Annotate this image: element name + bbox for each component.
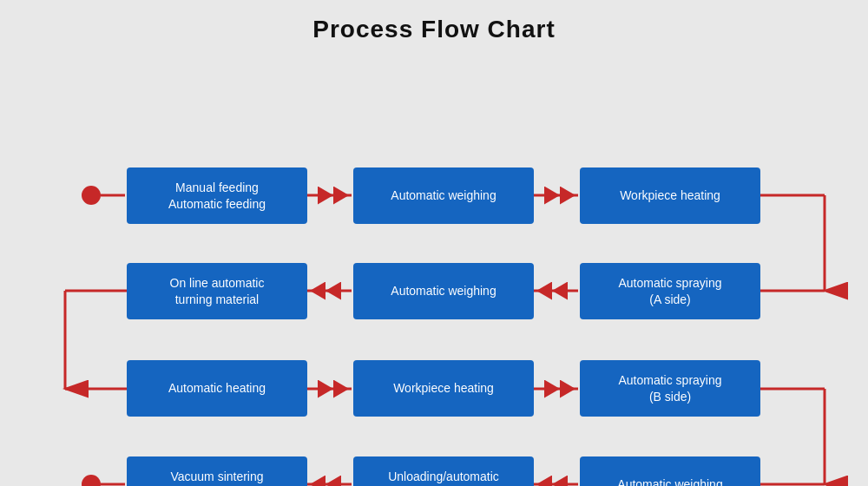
svg-point-25 xyxy=(82,186,101,205)
svg-point-27 xyxy=(82,475,101,486)
box-auto-heating: Automatic heating xyxy=(127,360,307,417)
page-title: Process Flow Chart xyxy=(0,0,868,43)
box-auto-spraying-a: Automatic spraying(A side) xyxy=(580,263,760,319)
box-vacuum-sintering: Vacuum sinteringfumace xyxy=(127,456,307,486)
box-workpiece-heating-2: Workpiece heating xyxy=(353,360,534,417)
box-manual-feeding: Manual feedingAutomatic feeding xyxy=(127,167,307,224)
box-online-turning: On line automaticturning material xyxy=(127,263,307,319)
box-unloading: Unloading/automaticmaterial receiving xyxy=(353,456,534,486)
box-auto-weighing-4: Automatic weighing xyxy=(580,456,760,486)
box-workpiece-heating-1: Workpiece heating xyxy=(580,167,760,224)
box-auto-spraying-b: Automatic spraying(B side) xyxy=(580,360,760,417)
box-auto-weighing-1: Automatic weighing xyxy=(353,167,534,224)
box-auto-weighing-2: Automatic weighing xyxy=(353,263,534,319)
